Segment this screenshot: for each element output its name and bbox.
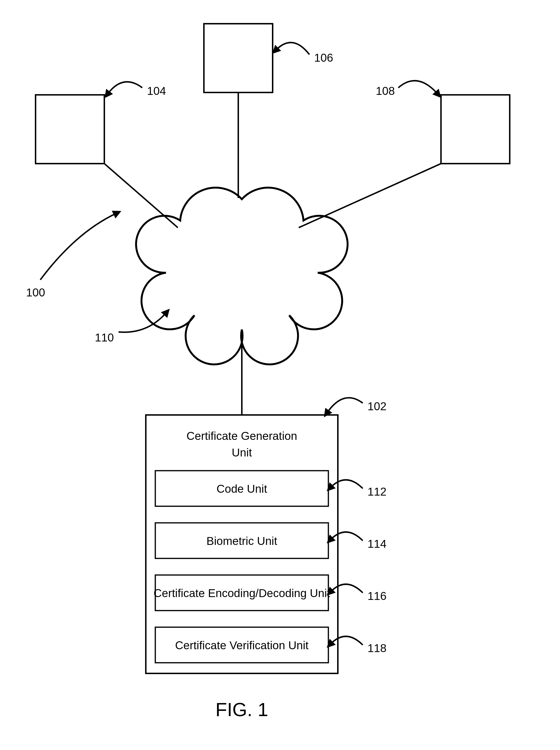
leader-100	[40, 213, 116, 280]
leader-116	[331, 584, 363, 593]
leader-110	[119, 313, 166, 332]
ref-108: 108	[376, 85, 395, 97]
figure-label: FIG. 1	[216, 699, 268, 720]
ref-114: 114	[367, 537, 386, 550]
figure-1-diagram: Certificate Generation Unit Code Unit Bi…	[0, 0, 560, 750]
leader-112	[331, 480, 363, 489]
connector-104-cloud	[104, 164, 178, 228]
box-104	[36, 95, 104, 164]
leader-106	[276, 42, 309, 55]
leader-118	[331, 636, 363, 645]
ref-106: 106	[314, 52, 333, 64]
ref-102: 102	[367, 400, 386, 413]
connector-108-cloud	[299, 164, 441, 228]
main-box-title-line2: Unit	[232, 446, 252, 459]
main-box-title-line1: Certificate Generation	[186, 430, 297, 442]
leader-102	[327, 398, 363, 413]
ref-104: 104	[147, 85, 166, 97]
leader-108	[398, 81, 437, 94]
leader-104	[108, 82, 142, 94]
ref-110: 110	[95, 331, 114, 344]
ref-118: 118	[367, 642, 386, 654]
ref-112: 112	[367, 486, 386, 498]
cloud-110	[136, 188, 347, 364]
sub-box-118-label: Certificate Verification Unit	[175, 639, 309, 652]
box-106	[204, 24, 273, 93]
ref-100: 100	[26, 286, 45, 299]
sub-box-114-label: Biometric Unit	[206, 535, 277, 547]
sub-box-112-label: Code Unit	[217, 482, 267, 495]
box-108	[441, 95, 510, 164]
ref-116: 116	[367, 590, 386, 602]
leader-114	[331, 532, 363, 540]
sub-box-116-label: Certificate Encoding/Decoding Unit	[154, 587, 330, 599]
